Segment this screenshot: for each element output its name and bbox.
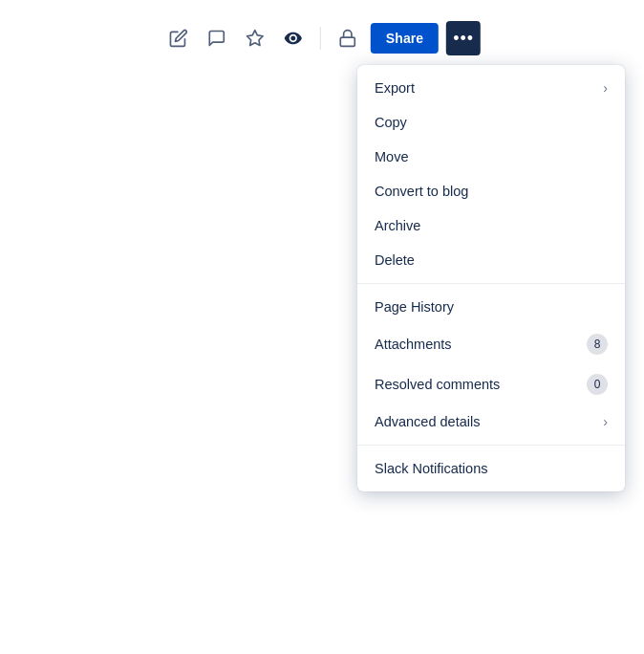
- restrictions-icon[interactable]: [333, 23, 363, 54]
- menu-item-label-copy: Copy: [375, 115, 407, 130]
- menu-item-delete[interactable]: Delete: [357, 243, 625, 277]
- more-button[interactable]: •••: [446, 21, 481, 55]
- menu-item-slack-notifications[interactable]: Slack Notifications: [357, 451, 625, 486]
- menu-item-label-page-history: Page History: [375, 299, 454, 315]
- menu-section-0: Export›CopyMoveConvert to blogArchiveDel…: [357, 65, 625, 283]
- menu-item-advanced-details[interactable]: Advanced details›: [357, 404, 625, 439]
- dropdown-menu: Export›CopyMoveConvert to blogArchiveDel…: [357, 65, 625, 491]
- menu-item-label-attachments: Attachments: [375, 337, 452, 352]
- menu-item-move[interactable]: Move: [357, 140, 625, 174]
- menu-item-label-advanced-details: Advanced details: [375, 414, 480, 429]
- star-icon[interactable]: [240, 23, 270, 54]
- menu-item-attachments[interactable]: Attachments8: [357, 324, 625, 364]
- svg-rect-1: [340, 37, 354, 46]
- menu-item-resolved-comments[interactable]: Resolved comments0: [357, 364, 625, 404]
- menu-item-label-move: Move: [375, 149, 408, 164]
- menu-section-1: Page HistoryAttachments8Resolved comment…: [357, 283, 625, 445]
- chevron-icon-export: ›: [603, 80, 608, 96]
- svg-marker-0: [247, 31, 263, 46]
- menu-item-label-slack-notifications: Slack Notifications: [375, 461, 487, 476]
- edit-icon[interactable]: [163, 23, 194, 54]
- menu-item-export[interactable]: Export›: [357, 71, 625, 105]
- watch-icon[interactable]: [278, 23, 309, 54]
- chevron-icon-advanced-details: ›: [603, 414, 608, 429]
- menu-item-convert-to-blog[interactable]: Convert to blog: [357, 174, 625, 208]
- menu-item-label-export: Export: [375, 80, 415, 96]
- menu-section-2: Slack Notifications: [357, 445, 625, 491]
- toolbar-divider: [320, 27, 321, 50]
- menu-item-page-history[interactable]: Page History: [357, 290, 625, 324]
- badge-attachments: 8: [587, 334, 608, 355]
- menu-item-label-archive: Archive: [375, 218, 420, 233]
- menu-item-label-convert-to-blog: Convert to blog: [375, 184, 468, 199]
- comment-icon[interactable]: [202, 23, 232, 54]
- badge-resolved-comments: 0: [587, 374, 608, 395]
- share-button[interactable]: Share: [371, 23, 439, 54]
- menu-item-label-resolved-comments: Resolved comments: [375, 377, 500, 392]
- menu-item-label-delete: Delete: [375, 252, 415, 268]
- menu-item-archive[interactable]: Archive: [357, 208, 625, 243]
- menu-item-copy[interactable]: Copy: [357, 105, 625, 140]
- toolbar: Share •••: [144, 10, 500, 67]
